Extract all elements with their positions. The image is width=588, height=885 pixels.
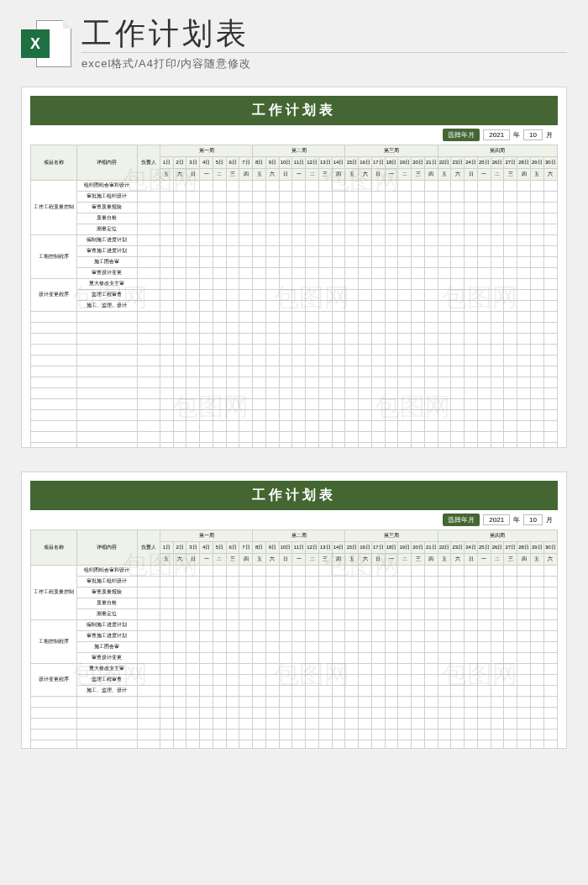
grid-cell[interactable] bbox=[186, 355, 200, 366]
grid-cell[interactable] bbox=[543, 289, 557, 300]
grid-cell[interactable] bbox=[359, 663, 372, 674]
owner-cell[interactable] bbox=[138, 245, 160, 256]
grid-cell[interactable] bbox=[359, 344, 372, 355]
grid-cell[interactable] bbox=[306, 598, 319, 608]
grid-cell[interactable] bbox=[279, 674, 292, 685]
grid-cell[interactable] bbox=[543, 245, 557, 256]
grid-cell[interactable] bbox=[226, 278, 239, 289]
grid-cell[interactable] bbox=[451, 674, 465, 685]
grid-cell[interactable] bbox=[279, 608, 292, 619]
grid-cell[interactable] bbox=[253, 718, 266, 729]
grid-cell[interactable] bbox=[477, 576, 491, 587]
grid-cell[interactable] bbox=[186, 740, 200, 749]
owner-cell[interactable] bbox=[138, 576, 160, 587]
grid-cell[interactable] bbox=[424, 641, 438, 652]
grid-cell[interactable] bbox=[239, 431, 253, 442]
grid-cell[interactable] bbox=[173, 180, 186, 191]
grid-cell[interactable] bbox=[226, 213, 239, 224]
grid-cell[interactable] bbox=[385, 685, 398, 696]
grid-cell[interactable] bbox=[465, 442, 478, 448]
grid-cell[interactable] bbox=[517, 289, 531, 300]
grid-cell[interactable] bbox=[438, 180, 451, 191]
owner-cell[interactable] bbox=[138, 387, 160, 398]
grid-cell[interactable] bbox=[186, 224, 200, 234]
grid-cell[interactable] bbox=[491, 234, 504, 245]
grid-cell[interactable] bbox=[451, 740, 465, 749]
grid-cell[interactable] bbox=[332, 191, 345, 202]
grid-cell[interactable] bbox=[438, 729, 451, 740]
grid-cell[interactable] bbox=[491, 344, 504, 355]
grid-cell[interactable] bbox=[160, 234, 173, 245]
grid-cell[interactable] bbox=[173, 311, 186, 322]
grid-cell[interactable] bbox=[412, 431, 425, 442]
grid-cell[interactable] bbox=[385, 311, 398, 322]
grid-cell[interactable] bbox=[253, 431, 266, 442]
grid-cell[interactable] bbox=[292, 608, 306, 619]
grid-cell[interactable] bbox=[424, 256, 438, 267]
grid-cell[interactable] bbox=[412, 663, 425, 674]
detail-cell[interactable]: 施工、监理、设计 bbox=[76, 300, 138, 311]
grid-cell[interactable] bbox=[517, 707, 531, 718]
grid-cell[interactable] bbox=[465, 224, 478, 234]
grid-cell[interactable] bbox=[306, 729, 319, 740]
grid-cell[interactable] bbox=[477, 333, 491, 344]
grid-cell[interactable] bbox=[530, 641, 543, 652]
grid-cell[interactable] bbox=[186, 565, 200, 576]
grid-cell[interactable] bbox=[465, 333, 478, 344]
grid-cell[interactable] bbox=[412, 707, 425, 718]
grid-cell[interactable] bbox=[491, 377, 504, 387]
grid-cell[interactable] bbox=[226, 300, 239, 311]
grid-cell[interactable] bbox=[451, 311, 465, 322]
grid-cell[interactable] bbox=[359, 191, 372, 202]
grid-cell[interactable] bbox=[306, 234, 319, 245]
grid-cell[interactable] bbox=[371, 652, 385, 663]
grid-cell[interactable] bbox=[318, 409, 332, 420]
grid-cell[interactable] bbox=[226, 420, 239, 431]
grid-cell[interactable] bbox=[306, 387, 319, 398]
grid-cell[interactable] bbox=[438, 377, 451, 387]
grid-cell[interactable] bbox=[398, 234, 412, 245]
grid-cell[interactable] bbox=[253, 729, 266, 740]
grid-cell[interactable] bbox=[279, 202, 292, 213]
grid-cell[interactable] bbox=[438, 344, 451, 355]
grid-cell[interactable] bbox=[359, 289, 372, 300]
grid-cell[interactable] bbox=[279, 180, 292, 191]
grid-cell[interactable] bbox=[200, 256, 213, 267]
grid-cell[interactable] bbox=[200, 740, 213, 749]
grid-cell[interactable] bbox=[424, 663, 438, 674]
grid-cell[interactable] bbox=[491, 420, 504, 431]
owner-cell[interactable] bbox=[138, 696, 160, 707]
grid-cell[interactable] bbox=[451, 387, 465, 398]
grid-cell[interactable] bbox=[213, 180, 226, 191]
grid-cell[interactable] bbox=[517, 234, 531, 245]
grid-cell[interactable] bbox=[345, 333, 359, 344]
grid-cell[interactable] bbox=[438, 442, 451, 448]
grid-cell[interactable] bbox=[173, 442, 186, 448]
grid-cell[interactable] bbox=[186, 663, 200, 674]
grid-cell[interactable] bbox=[438, 420, 451, 431]
grid-cell[interactable] bbox=[265, 377, 279, 387]
grid-cell[interactable] bbox=[160, 289, 173, 300]
grid-cell[interactable] bbox=[173, 333, 186, 344]
grid-cell[interactable] bbox=[160, 587, 173, 598]
grid-cell[interactable] bbox=[491, 278, 504, 289]
grid-cell[interactable] bbox=[543, 267, 557, 278]
grid-cell[interactable] bbox=[318, 191, 332, 202]
grid-cell[interactable] bbox=[359, 300, 372, 311]
grid-cell[interactable] bbox=[412, 366, 425, 377]
grid-cell[interactable] bbox=[265, 674, 279, 685]
grid-cell[interactable] bbox=[491, 289, 504, 300]
grid-cell[interactable] bbox=[318, 398, 332, 409]
grid-cell[interactable] bbox=[332, 311, 345, 322]
grid-cell[interactable] bbox=[332, 245, 345, 256]
grid-cell[interactable] bbox=[424, 213, 438, 224]
grid-cell[interactable] bbox=[491, 674, 504, 685]
grid-cell[interactable] bbox=[239, 652, 253, 663]
grid-cell[interactable] bbox=[332, 366, 345, 377]
grid-cell[interactable] bbox=[186, 630, 200, 641]
grid-cell[interactable] bbox=[543, 366, 557, 377]
grid-cell[interactable] bbox=[345, 696, 359, 707]
grid-cell[interactable] bbox=[332, 674, 345, 685]
grid-cell[interactable] bbox=[412, 377, 425, 387]
detail-cell[interactable]: 监理工程审查 bbox=[76, 674, 138, 685]
